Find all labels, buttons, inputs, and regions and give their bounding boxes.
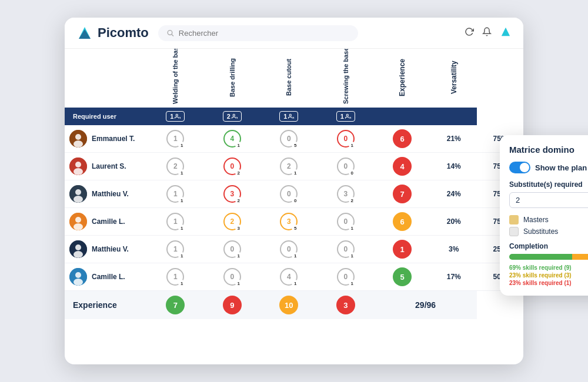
user-name: Laurent S. <box>92 162 126 170</box>
refresh-icon[interactable] <box>465 27 474 39</box>
user-icon[interactable] <box>500 26 512 40</box>
completion-bar <box>509 254 588 260</box>
req-badge-1: 1 <box>166 111 185 122</box>
skill-circle: 41 <box>280 268 298 286</box>
comp-label-yellow: 23% skills required (3) <box>509 272 588 279</box>
skill-circle: 05 <box>280 130 298 148</box>
skill-cell-3-0: 11 <box>147 208 204 236</box>
search-bar[interactable] <box>158 25 358 41</box>
svg-point-16 <box>75 189 81 195</box>
skill-sub: 1 <box>178 224 185 232</box>
req-badge-3: 1 <box>279 111 298 122</box>
avatar <box>69 240 87 258</box>
skill-sub: 1 <box>178 280 185 287</box>
footer-circle-2: 9 <box>223 296 242 314</box>
skill-sub: 1 <box>235 252 242 259</box>
skill-cell-4-2: 01 <box>260 236 318 263</box>
svg-point-11 <box>74 140 83 148</box>
footer-label: Experience <box>65 291 147 320</box>
skill-cell-0-0: 11 <box>147 125 204 153</box>
completion-labels: 69% skills required (9) 23% skills requi… <box>509 264 588 286</box>
pct-cell-0: 21% <box>430 125 477 153</box>
footer-circle-4: 3 <box>336 296 355 314</box>
avatar <box>69 158 87 175</box>
col-header-versatility: Versatility <box>430 49 477 108</box>
skill-sub: 1 <box>349 142 356 149</box>
table-row: Matthieu V. 11 01 01 01 13%25% <box>65 236 523 263</box>
svg-point-17 <box>74 196 83 203</box>
column-header-row: Welding of the base Base drilling Base c… <box>65 49 523 108</box>
pct-cell-3: 20% <box>430 208 477 236</box>
skill-circle: 21 <box>166 158 184 175</box>
skill-cell-3-3: 01 <box>318 208 375 236</box>
col-header-screwing: Screwing the base <box>318 49 375 108</box>
skill-cell-1-1: 02 <box>204 153 261 180</box>
completion-green-segment <box>509 254 572 260</box>
skill-circle: 01 <box>337 213 355 230</box>
skill-circle: 23 <box>223 213 241 230</box>
skill-sub: 1 <box>178 142 185 149</box>
comp-label-red: 23% skills required (1) <box>509 280 588 286</box>
name-cell: Camille L. <box>65 263 147 291</box>
table-row: Laurent S. 21 02 21 00 414%75% <box>65 153 523 180</box>
skill-circle: 11 <box>166 268 184 286</box>
skill-circle: 11 <box>166 213 184 230</box>
name-cell: Matthieu V. <box>65 236 147 263</box>
skill-sub: 1 <box>235 280 242 287</box>
req-val-2: 2 <box>204 108 261 125</box>
col-header-experience: Experience <box>374 49 430 108</box>
skill-circle: 11 <box>166 130 184 148</box>
skill-circle: 41 <box>223 130 241 148</box>
legend-substitutes-row: Substitutes <box>509 227 588 236</box>
name-cell: Camille L. <box>65 208 147 236</box>
exp-cell-5: 5 <box>374 263 430 291</box>
svg-point-20 <box>74 223 83 230</box>
user-name: Camille L. <box>92 217 125 226</box>
skill-cell-3-1: 23 <box>204 208 261 236</box>
skill-sub: 1 <box>292 280 299 287</box>
skill-circle: 35 <box>280 213 298 230</box>
name-cell: Emmanuel T. <box>65 125 147 153</box>
exp-circle: 7 <box>393 185 412 203</box>
exp-cell-0: 6 <box>374 125 430 153</box>
avatar <box>69 268 87 286</box>
skill-circle: 01 <box>223 268 241 286</box>
skill-circle: 01 <box>337 130 355 148</box>
col-header-cutout: Base cutout <box>260 49 318 108</box>
skill-sub: 1 <box>349 280 356 287</box>
skill-circle: 21 <box>280 158 298 175</box>
skill-cell-4-0: 11 <box>147 236 204 263</box>
svg-point-2 <box>168 31 172 35</box>
skill-sub: 2 <box>235 197 242 204</box>
col-header-welding: Welding of the base <box>147 49 204 108</box>
skill-cell-4-1: 01 <box>204 236 261 263</box>
avatar <box>69 185 87 203</box>
table-area: Welding of the base Base drilling Base c… <box>65 49 523 364</box>
skill-cell-2-1: 32 <box>204 180 261 208</box>
skill-circle: 01 <box>337 268 355 286</box>
completion-title: Completion <box>509 242 588 250</box>
substitutes-input[interactable] <box>509 192 588 208</box>
bell-icon[interactable] <box>482 27 492 39</box>
table-row: Camille L. 11 01 41 01 517%50% <box>65 263 523 291</box>
show-plan-toggle[interactable] <box>509 162 530 173</box>
skill-sub: 1 <box>349 252 356 259</box>
exp-cell-4: 1 <box>374 236 430 263</box>
toggle-label: Show the plan <box>535 163 587 172</box>
skill-cell-1-0: 21 <box>147 153 204 180</box>
skill-cell-0-1: 41 <box>204 125 261 153</box>
svg-point-19 <box>75 217 81 223</box>
svg-marker-1 <box>79 29 91 39</box>
search-input[interactable] <box>179 29 350 38</box>
required-label: Required user <box>65 108 147 125</box>
skill-circle: 02 <box>223 158 241 175</box>
skill-circle: 11 <box>166 240 184 258</box>
skill-circle: 32 <box>223 185 241 203</box>
side-panel: Matrice domino Show the plan Substitute(… <box>500 135 588 296</box>
svg-point-22 <box>75 244 81 250</box>
svg-point-26 <box>74 279 83 286</box>
skill-cell-2-0: 11 <box>147 180 204 208</box>
skill-circle: 00 <box>280 185 298 203</box>
exp-circle: 6 <box>393 212 412 231</box>
user-name: Matthieu V. <box>92 245 129 253</box>
